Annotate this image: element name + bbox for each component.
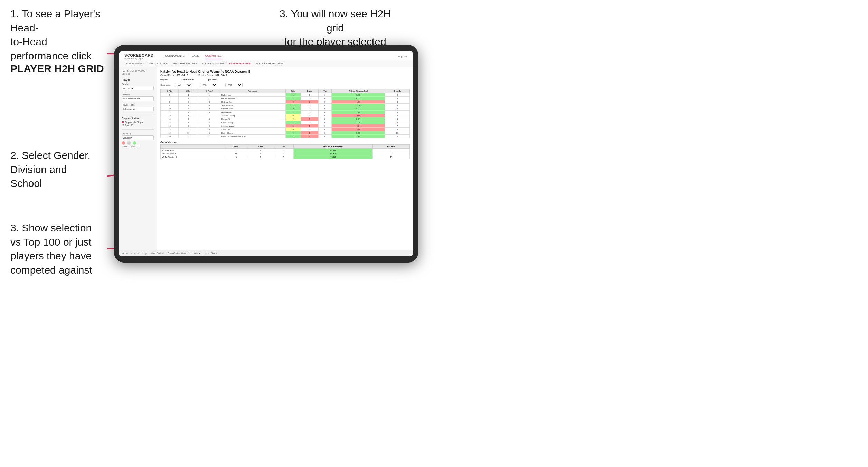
table-row: 16 3 4 Jessica Mason 1 2 0 -0.94 7 xyxy=(161,124,410,128)
nav-bar: SCOREBOARD Powered by clippd TOURNAMENTS… xyxy=(119,51,413,60)
cell-opponent: Federica Domecq Lacroze xyxy=(220,135,285,138)
colour-level: Level xyxy=(130,145,134,147)
colour-chevron: ▾ xyxy=(131,137,132,139)
sub-nav-player-h2h-grid[interactable]: PLAYER H2H GRID xyxy=(229,61,251,65)
radio-opponents-played[interactable]: Opponents Played xyxy=(122,121,154,123)
out-division-label: Out of division xyxy=(160,141,410,143)
cell-div: 14 xyxy=(161,117,179,121)
cell-reg: 2 xyxy=(179,97,198,100)
col-conf: # Conf xyxy=(198,89,220,93)
cell-div: 16 xyxy=(161,124,179,128)
nav-teams[interactable]: TEAMS xyxy=(190,54,200,59)
cell-win: 1 xyxy=(285,111,301,114)
colour-dots xyxy=(122,141,154,145)
cell-win: 2 xyxy=(285,107,301,111)
opponent-filter-select[interactable]: (All) xyxy=(225,83,243,87)
colour-label: Colour by xyxy=(122,132,154,135)
step3-top-line1: 3. You will now see H2H grid xyxy=(280,8,391,34)
radio-label2: Top 100 xyxy=(125,124,133,126)
colour-select[interactable]: Win/loss ▾ xyxy=(122,135,154,140)
cell-reg: 1 xyxy=(179,104,198,107)
toolbar-watch[interactable]: 👁 Watch ▾ xyxy=(190,252,200,255)
cell-diff: 3.67 xyxy=(332,104,385,107)
cell-loss: 0 xyxy=(301,114,318,117)
step3-bot-line3: players they have xyxy=(10,250,92,261)
out-div-col-rounds: Rounds xyxy=(373,145,410,149)
cell-tie: 0 xyxy=(319,104,332,107)
gender-value: Women's xyxy=(123,87,132,89)
nav-tournaments[interactable]: TOURNAMENTS xyxy=(163,54,185,59)
cell-diff: -3.00 xyxy=(332,114,385,117)
table-row: 3 1 1 Esther Lee 1 0 1 1.50 4 xyxy=(161,93,410,97)
cell-div: 13 xyxy=(161,114,179,117)
cell-opponent: Emily Chang xyxy=(220,131,285,135)
step1-bold: PLAYER H2H GRID xyxy=(10,63,107,75)
sub-nav-team-h2h[interactable]: TEAM H2H GRID xyxy=(149,61,168,65)
toolbar-share-icon[interactable]: ⊡ xyxy=(205,252,206,255)
cell-div: 10 xyxy=(161,107,179,111)
opponents-filter-select[interactable]: (All) xyxy=(175,83,192,87)
toolbar-save-custom[interactable]: Save Custom View xyxy=(168,252,186,254)
toolbar-grid-btn[interactable]: ⊞ xyxy=(134,252,136,255)
gender-field: Gender Women's ▾ xyxy=(122,83,154,90)
cell-loss: 1 xyxy=(301,131,318,135)
radio-top100[interactable]: Top 100 xyxy=(122,124,154,126)
cell-diff: 4.00 xyxy=(332,97,385,100)
cell-reg: 6 xyxy=(179,107,198,111)
nav-sign-out[interactable]: Sign out xyxy=(398,55,408,58)
cell-diff: -1.00 xyxy=(332,100,385,104)
toolbar-dot[interactable]: · xyxy=(142,252,143,254)
out-div-loss: 0 xyxy=(247,149,274,152)
cell-tie: 0 xyxy=(319,117,332,121)
out-div-rounds: 10 xyxy=(373,155,410,159)
cell-diff: 1.33 xyxy=(332,135,385,138)
cell-loss: 1 xyxy=(301,135,318,138)
toolbar-clock[interactable]: ◷ xyxy=(145,252,147,255)
col-rounds: Rounds xyxy=(385,89,410,93)
toolbar-undo[interactable]: ↺ xyxy=(122,252,124,255)
out-div-loss: 0 xyxy=(247,152,274,155)
toolbar-view-original[interactable]: View: Original xyxy=(151,252,164,254)
cell-opponent: Heejo Hyun xyxy=(220,111,285,114)
out-div-loss: 0 xyxy=(247,155,274,159)
conference-filter-select[interactable]: (All) xyxy=(200,83,217,87)
colour-down: Down xyxy=(122,145,127,147)
region-label: Region xyxy=(160,78,168,81)
cell-rounds: 2 xyxy=(385,128,410,131)
toolbar-dot2[interactable]: · xyxy=(208,252,209,254)
nav-committee[interactable]: COMMITTEE xyxy=(205,54,222,59)
table-row: 13 1 1 Jessica Huang 0 0 0 -3.00 2 xyxy=(161,114,410,117)
toolbar-back[interactable]: ← xyxy=(126,252,128,254)
h2h-table: # Div # Reg # Conf Opponent Win Loss Tie… xyxy=(160,89,410,138)
cell-conf: 3 xyxy=(198,107,220,111)
opponent-label: Opponent xyxy=(207,78,217,81)
cell-rounds: 4 xyxy=(385,107,410,111)
sub-nav-team-summary[interactable]: TEAM SUMMARY xyxy=(124,61,144,65)
division-select[interactable]: NCAA Division III ▾ xyxy=(122,96,154,101)
sub-nav-player-heatmap[interactable]: PLAYER H2H HEATMAP xyxy=(256,61,283,65)
cell-opponent: Jessica Huang xyxy=(220,114,285,117)
cell-opponent: Esther Lee xyxy=(220,93,285,97)
step1-text2: to-Head performance click xyxy=(10,36,92,61)
gender-select[interactable]: Women's ▾ xyxy=(122,86,154,90)
toolbar-return[interactable]: ↩ xyxy=(138,252,140,255)
sub-nav-team-heatmap[interactable]: TEAM H2H HEATMAP xyxy=(173,61,197,65)
cell-div: 20 xyxy=(161,135,179,138)
cell-win: 0 xyxy=(285,114,301,117)
cell-win: 1 xyxy=(285,121,301,124)
opponent-view-title: Opponent view xyxy=(122,117,154,120)
cell-conf: 4 xyxy=(198,104,220,107)
table-row: 5 2 2 Alexis Sudjianto 1 0 0 4.00 3 xyxy=(161,97,410,100)
sub-nav-player-summary[interactable]: PLAYER SUMMARY xyxy=(202,61,225,65)
nav-items: TOURNAMENTS TEAMS COMMITTEE xyxy=(163,54,390,59)
out-div-rounds: 2 xyxy=(373,149,410,152)
toolbar-fwd[interactable]: → xyxy=(130,252,132,254)
gender-label: Gender xyxy=(122,83,154,85)
bottom-toolbar: ↺ ← → ⊞ ↩ · ◷ View: Original Save Custom… xyxy=(119,250,413,256)
player-rank-select[interactable]: 8. Katelyn Vo ▾ xyxy=(122,107,154,111)
cell-opponent: Eunice Yi xyxy=(220,117,285,121)
cell-tie: 0 xyxy=(319,128,332,131)
cell-diff: 1.50 xyxy=(332,93,385,97)
out-div-row: NCAA Division 2 5 0 0 7.400 10 xyxy=(161,155,410,159)
toolbar-share[interactable]: Share xyxy=(211,252,217,254)
